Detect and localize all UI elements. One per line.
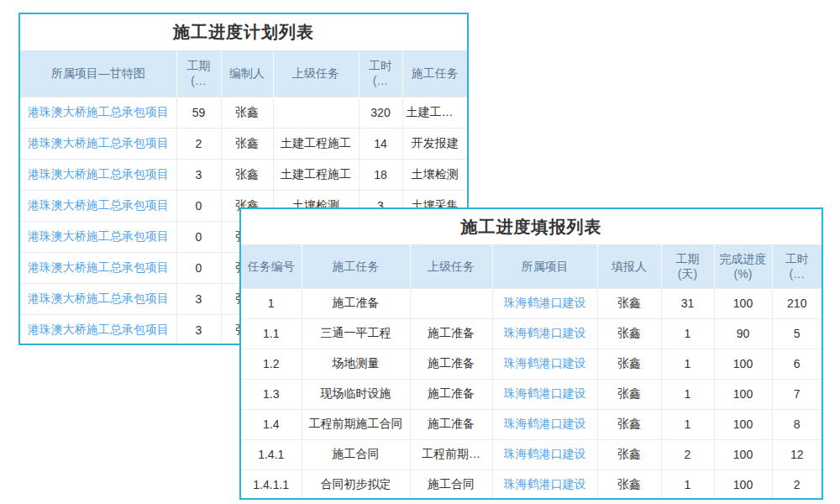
cell-progress: 100 — [714, 439, 772, 470]
cell-task: 合同初步拟定 — [302, 470, 410, 500]
cell-days: 1 — [661, 409, 714, 439]
table-row: 1.3 现场临时设施 施工准备 珠海鹤港口建设 张鑫 1 100 7 — [241, 379, 822, 409]
cell-project: 珠海鹤港口建设 — [492, 470, 597, 500]
cell-task-id: 1.4.1 — [241, 439, 302, 470]
cell-task: 场地测量 — [302, 349, 410, 379]
cell-task: 施工合同 — [302, 439, 410, 470]
project-link[interactable]: 港珠澳大桥施工总承包项目 — [28, 291, 169, 305]
cell-task: 工程前期施工合同 — [302, 409, 410, 439]
cell-hours: 5 — [772, 318, 822, 349]
project-link[interactable]: 珠海鹤港口建设 — [504, 296, 586, 309]
cell-project: 港珠澳大桥施工总承包项目 — [20, 252, 176, 283]
project-link[interactable]: 港珠澳大桥施工总承包项目 — [28, 167, 169, 181]
cell-project: 珠海鹤港口建设 — [492, 409, 597, 439]
cell-project: 港珠澳大桥施工总承包项目 — [20, 190, 176, 221]
project-link[interactable]: 珠海鹤港口建设 — [504, 417, 586, 430]
table-row: 1.4 工程前期施工合同 施工准备 珠海鹤港口建设 张鑫 1 100 8 — [241, 409, 822, 439]
cell-task-id: 1.4 — [241, 409, 302, 439]
cell-project: 港珠澳大桥施工总承包项目 — [20, 314, 176, 345]
cell-parent-task: 施工准备 — [410, 349, 492, 379]
cell-task-id: 1.1 — [241, 318, 302, 349]
col-header-duration: 工期 (… — [176, 50, 221, 97]
cell-duration: 3 — [176, 314, 221, 345]
cell-editor: 张鑫 — [221, 159, 273, 190]
cell-progress: 100 — [714, 288, 772, 318]
cell-days: 2 — [661, 439, 714, 470]
cell-parent-task — [273, 97, 359, 128]
col-header-reporter: 填报人 — [597, 244, 661, 288]
cell-project: 港珠澳大桥施工总承包项目 — [20, 97, 176, 128]
report-table-card: 施工进度填报列表 任务编号 施工任务 上级任务 所属项目 填报人 工期 (天) … — [239, 207, 823, 500]
cell-progress: 100 — [714, 379, 772, 409]
cell-parent-task: 施工准备 — [410, 318, 492, 349]
cell-parent-task — [410, 288, 492, 318]
cell-reporter: 张鑫 — [597, 318, 661, 349]
cell-progress: 90 — [714, 318, 772, 349]
cell-editor: 张鑫 — [221, 97, 273, 128]
cell-parent-task: 土建工程施工 — [273, 159, 359, 190]
cell-task: 现场临时设施 — [302, 379, 410, 409]
cell-duration: 3 — [176, 159, 221, 190]
cell-hours: 7 — [772, 379, 822, 409]
cell-hours: 320 — [359, 97, 402, 128]
col-header-hours: 工时 (… — [772, 244, 822, 288]
cell-duration: 2 — [176, 128, 221, 159]
cell-duration: 59 — [176, 97, 221, 128]
cell-parent-task: 工程前期… — [410, 439, 492, 470]
project-link[interactable]: 港珠澳大桥施工总承包项目 — [28, 260, 169, 274]
cell-project: 珠海鹤港口建设 — [492, 439, 597, 470]
col-header-project: 所属项目 — [492, 244, 597, 288]
cell-days: 1 — [661, 470, 714, 500]
cell-project: 港珠澳大桥施工总承包项目 — [20, 159, 176, 190]
cell-project: 珠海鹤港口建设 — [492, 318, 597, 349]
cell-hours: 2 — [772, 470, 822, 500]
project-link[interactable]: 港珠澳大桥施工总承包项目 — [28, 136, 169, 150]
project-link[interactable]: 港珠澳大桥施工总承包项目 — [28, 323, 169, 336]
col-header-task: 施工任务 — [302, 244, 410, 288]
cell-hours: 8 — [772, 409, 822, 439]
project-link[interactable]: 港珠澳大桥施工总承包项目 — [28, 229, 169, 243]
cell-hours: 18 — [359, 159, 402, 190]
cell-duration: 0 — [176, 252, 221, 283]
project-link[interactable]: 珠海鹤港口建设 — [504, 447, 586, 460]
project-link[interactable]: 珠海鹤港口建设 — [504, 477, 586, 491]
cell-reporter: 张鑫 — [597, 288, 661, 318]
cell-task: 土壤检测 — [402, 159, 467, 190]
project-link[interactable]: 港珠澳大桥施工总承包项目 — [28, 198, 169, 212]
cell-progress: 100 — [714, 349, 772, 379]
cell-duration: 0 — [176, 221, 221, 252]
col-header-days: 工期 (天) — [661, 244, 714, 288]
cell-days: 1 — [661, 349, 714, 379]
cell-editor: 张鑫 — [221, 128, 273, 159]
project-link[interactable]: 港珠澳大桥施工总承包项目 — [28, 105, 169, 118]
cell-hours: 210 — [772, 288, 822, 318]
table-row: 1.4.1.1 合同初步拟定 施工合同 珠海鹤港口建设 张鑫 1 100 2 — [241, 470, 822, 500]
cell-duration: 3 — [176, 283, 221, 314]
table-row: 港珠澳大桥施工总承包项目 59 张鑫 320 土建工程… — [20, 97, 467, 128]
cell-task-id: 1.2 — [241, 349, 302, 379]
cell-hours: 6 — [772, 349, 822, 379]
cell-task-id: 1 — [241, 288, 302, 318]
cell-days: 1 — [661, 318, 714, 349]
cell-project: 港珠澳大桥施工总承包项目 — [20, 221, 176, 252]
project-link[interactable]: 珠海鹤港口建设 — [504, 356, 586, 370]
cell-project: 珠海鹤港口建设 — [492, 288, 597, 318]
project-link[interactable]: 珠海鹤港口建设 — [504, 326, 586, 339]
cell-days: 1 — [661, 379, 714, 409]
col-header-hours: 工时 (… — [359, 50, 402, 97]
cell-reporter: 张鑫 — [597, 349, 661, 379]
report-table-title: 施工进度填报列表 — [241, 209, 822, 244]
table-row: 港珠澳大桥施工总承包项目 2 张鑫 土建工程施工 14 开发报建 — [20, 128, 467, 159]
table-row: 1.1 三通一平工程 施工准备 珠海鹤港口建设 张鑫 1 90 5 — [241, 318, 822, 349]
cell-project: 珠海鹤港口建设 — [492, 379, 597, 409]
table-row: 港珠澳大桥施工总承包项目 3 张鑫 土建工程施工 18 土壤检测 — [20, 159, 467, 190]
cell-progress: 100 — [714, 409, 772, 439]
col-header-parent-task: 上级任务 — [273, 50, 359, 97]
table-row: 1.2 场地测量 施工准备 珠海鹤港口建设 张鑫 1 100 6 — [241, 349, 822, 379]
table-row: 1 施工准备 珠海鹤港口建设 张鑫 31 100 210 — [241, 288, 822, 318]
project-link[interactable]: 珠海鹤港口建设 — [504, 386, 586, 400]
cell-reporter: 张鑫 — [597, 409, 661, 439]
cell-parent-task: 施工准备 — [410, 409, 492, 439]
report-table: 任务编号 施工任务 上级任务 所属项目 填报人 工期 (天) 完成进度 (%) … — [241, 244, 822, 500]
cell-project: 港珠澳大桥施工总承包项目 — [20, 283, 176, 314]
